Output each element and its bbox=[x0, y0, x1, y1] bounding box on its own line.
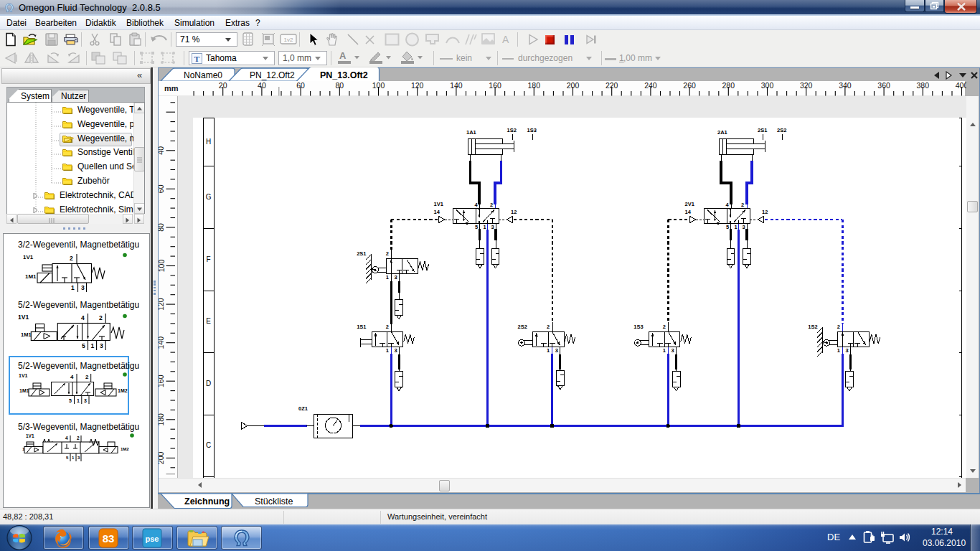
svg-text:5: 5 bbox=[66, 456, 69, 460]
svg-text:F: F bbox=[207, 255, 211, 263]
svg-text:83: 83 bbox=[103, 532, 115, 545]
svg-text:2: 2 bbox=[490, 202, 493, 208]
svg-text:0Z1: 0Z1 bbox=[298, 405, 308, 412]
svg-text:2S2: 2S2 bbox=[777, 127, 786, 133]
svg-text:40: 40 bbox=[258, 81, 266, 90]
svg-text:5: 5 bbox=[82, 342, 85, 349]
svg-text:3: 3 bbox=[395, 274, 397, 281]
svg-text:2: 2 bbox=[741, 202, 744, 208]
svg-text:1V1: 1V1 bbox=[18, 314, 29, 321]
svg-text:1S1: 1S1 bbox=[357, 324, 366, 330]
svg-text:240: 240 bbox=[644, 81, 657, 90]
svg-text:1S3: 1S3 bbox=[527, 127, 537, 133]
svg-text:1M2: 1M2 bbox=[118, 388, 128, 393]
svg-text:80: 80 bbox=[335, 81, 344, 90]
svg-text:2: 2 bbox=[837, 324, 840, 330]
svg-text:2S2: 2S2 bbox=[518, 324, 527, 330]
svg-text:14: 14 bbox=[685, 209, 692, 215]
svg-text:1: 1 bbox=[735, 224, 738, 230]
svg-text:180: 180 bbox=[528, 81, 541, 90]
svg-text:1: 1 bbox=[72, 456, 75, 460]
svg-text:12: 12 bbox=[762, 209, 768, 215]
svg-text:T: T bbox=[194, 55, 200, 63]
svg-text:H: H bbox=[206, 138, 211, 146]
svg-text:280: 280 bbox=[722, 81, 735, 90]
svg-text:3: 3 bbox=[81, 284, 85, 291]
svg-text:2V1: 2V1 bbox=[685, 201, 694, 207]
svg-text:20: 20 bbox=[219, 81, 227, 90]
svg-text:1: 1 bbox=[547, 347, 550, 354]
svg-text:3: 3 bbox=[395, 347, 397, 354]
svg-text:14: 14 bbox=[434, 209, 440, 215]
svg-text:1V1: 1V1 bbox=[23, 254, 34, 260]
svg-text:1S3: 1S3 bbox=[633, 324, 643, 330]
svg-text:Zeichnung: Zeichnung bbox=[184, 496, 230, 507]
svg-text:380: 380 bbox=[917, 81, 930, 90]
svg-text:220: 220 bbox=[606, 81, 618, 90]
svg-text:1v2: 1v2 bbox=[284, 37, 293, 43]
svg-text:3: 3 bbox=[491, 224, 494, 230]
svg-text:1: 1 bbox=[91, 342, 95, 349]
svg-text:1: 1 bbox=[71, 284, 75, 291]
svg-text:1: 1 bbox=[386, 347, 389, 354]
svg-text:360: 360 bbox=[877, 81, 890, 90]
svg-text:1S2: 1S2 bbox=[507, 127, 517, 133]
svg-text:1: 1 bbox=[663, 347, 666, 354]
svg-text:2: 2 bbox=[386, 250, 389, 257]
svg-text:140: 140 bbox=[450, 81, 463, 90]
svg-text:260: 260 bbox=[683, 81, 696, 90]
svg-text:5: 5 bbox=[475, 224, 478, 230]
svg-text:60: 60 bbox=[296, 81, 305, 90]
svg-text:3: 3 bbox=[555, 347, 558, 354]
svg-text:300: 300 bbox=[761, 81, 774, 90]
svg-text:320: 320 bbox=[800, 81, 813, 90]
svg-text:1V1: 1V1 bbox=[19, 373, 28, 378]
svg-text:2S1: 2S1 bbox=[758, 127, 767, 133]
svg-text:1: 1 bbox=[386, 274, 389, 281]
svg-text:12: 12 bbox=[511, 209, 517, 215]
svg-text:D: D bbox=[206, 380, 211, 387]
svg-text:2A1: 2A1 bbox=[717, 129, 727, 136]
svg-text:C: C bbox=[206, 441, 211, 449]
svg-text:5: 5 bbox=[69, 398, 72, 403]
svg-text:4: 4 bbox=[65, 435, 68, 441]
svg-text:200: 200 bbox=[567, 81, 580, 90]
svg-text:1M1: 1M1 bbox=[21, 331, 32, 338]
svg-text:4: 4 bbox=[81, 314, 85, 321]
svg-text:3: 3 bbox=[743, 224, 745, 230]
svg-text:2S1: 2S1 bbox=[357, 250, 366, 257]
svg-text:160: 160 bbox=[489, 81, 501, 90]
svg-text:2: 2 bbox=[85, 374, 89, 380]
svg-text:120: 120 bbox=[411, 81, 424, 90]
svg-text:2: 2 bbox=[547, 324, 550, 330]
svg-text:3: 3 bbox=[84, 398, 87, 403]
svg-text:3: 3 bbox=[672, 347, 674, 354]
svg-text:1: 1 bbox=[484, 224, 486, 230]
svg-text:2: 2 bbox=[99, 314, 103, 321]
svg-text:1: 1 bbox=[837, 347, 840, 354]
svg-text:3: 3 bbox=[100, 342, 103, 349]
svg-text:2: 2 bbox=[77, 435, 80, 441]
svg-text:5: 5 bbox=[726, 224, 729, 230]
svg-text:3: 3 bbox=[846, 347, 849, 354]
svg-text:1M1: 1M1 bbox=[19, 388, 29, 393]
svg-text:400: 400 bbox=[956, 81, 966, 90]
svg-text:pse: pse bbox=[146, 534, 159, 543]
svg-text:100: 100 bbox=[372, 81, 385, 90]
svg-text:1: 1 bbox=[77, 398, 80, 403]
svg-text:G: G bbox=[206, 193, 212, 201]
svg-text:1A1: 1A1 bbox=[466, 129, 476, 136]
svg-text:2: 2 bbox=[386, 324, 389, 330]
svg-text:1S2: 1S2 bbox=[808, 324, 817, 330]
svg-text:340: 340 bbox=[839, 81, 852, 90]
svg-text:1M1: 1M1 bbox=[25, 273, 37, 280]
svg-text:4: 4 bbox=[70, 374, 74, 380]
svg-text:1M2: 1M2 bbox=[121, 447, 129, 451]
svg-text:1V1: 1V1 bbox=[26, 433, 34, 438]
svg-text:1V1: 1V1 bbox=[434, 201, 443, 207]
svg-text:3: 3 bbox=[77, 456, 80, 460]
svg-text:Stückliste: Stückliste bbox=[255, 496, 293, 507]
svg-text:2: 2 bbox=[663, 324, 666, 330]
svg-text:E: E bbox=[206, 317, 211, 325]
svg-text:2: 2 bbox=[70, 255, 73, 262]
